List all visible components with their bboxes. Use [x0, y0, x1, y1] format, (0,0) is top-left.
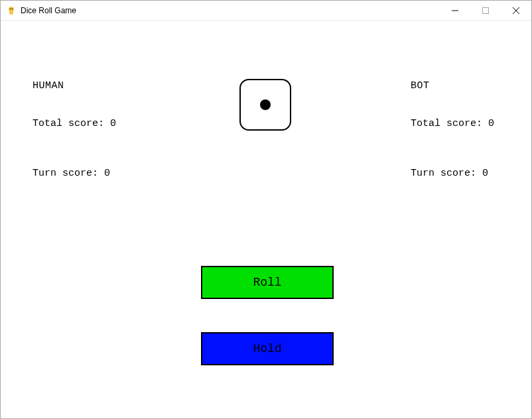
titlebar: Dice Roll Game: [1, 1, 531, 21]
bot-panel: BOT Total score: 0 Turn score: 0: [411, 80, 494, 179]
app-icon: [6, 5, 17, 16]
svg-rect-5: [483, 7, 489, 13]
svg-point-3: [12, 8, 13, 9]
bot-total-score: Total score: 0: [411, 118, 494, 129]
die: [239, 79, 291, 131]
window-title: Dice Roll Game: [21, 6, 76, 15]
bot-turn-score-label: Turn score:: [411, 168, 476, 179]
bot-total-score-label: Total score:: [411, 118, 482, 129]
human-turn-score-value: 0: [104, 168, 110, 179]
human-label: HUMAN: [33, 80, 116, 91]
svg-point-0: [9, 7, 14, 12]
human-turn-score: Turn score: 0: [33, 168, 116, 179]
bot-turn-score: Turn score: 0: [411, 168, 494, 179]
bot-turn-score-value: 0: [482, 168, 488, 179]
roll-button[interactable]: Roll: [201, 266, 334, 299]
minimize-button[interactable]: [440, 1, 470, 21]
human-total-score-label: Total score:: [33, 118, 104, 129]
svg-rect-1: [9, 11, 13, 15]
maximize-button[interactable]: [470, 1, 501, 21]
bot-label: BOT: [411, 80, 494, 91]
client-area: HUMAN Total score: 0 Turn score: 0 BOT T…: [1, 21, 531, 418]
human-turn-score-label: Turn score:: [33, 168, 98, 179]
app-window: Dice Roll Game HUMAN Total score: 0 Turn…: [0, 0, 532, 419]
human-panel: HUMAN Total score: 0 Turn score: 0: [33, 80, 116, 179]
close-button[interactable]: [501, 1, 531, 21]
human-total-score: Total score: 0: [33, 118, 116, 129]
hold-button[interactable]: Hold: [201, 332, 334, 365]
human-total-score-value: 0: [110, 118, 116, 129]
bot-total-score-value: 0: [488, 118, 494, 129]
die-pip-center: [260, 99, 271, 110]
svg-point-2: [10, 8, 11, 9]
